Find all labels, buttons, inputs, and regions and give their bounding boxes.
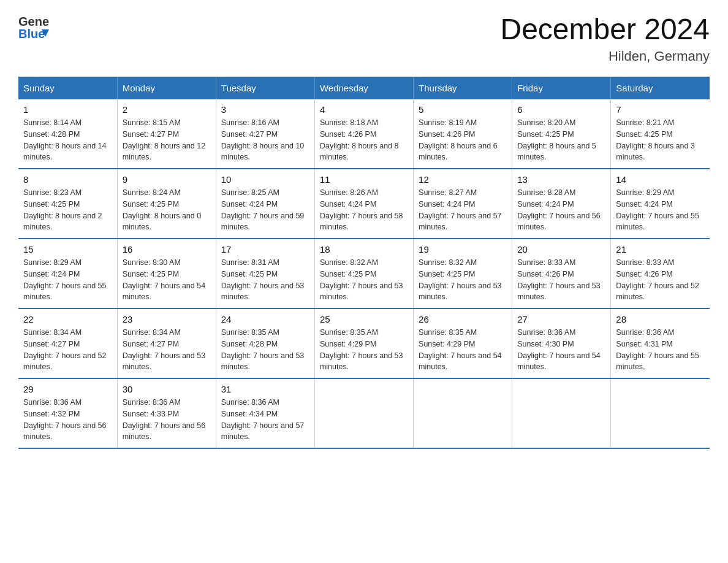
day-info: Sunrise: 8:36 AM Sunset: 4:31 PM Dayligh…	[616, 327, 705, 373]
calendar-cell: 15 Sunrise: 8:29 AM Sunset: 4:24 PM Dayl…	[18, 239, 117, 308]
day-info: Sunrise: 8:21 AM Sunset: 4:25 PM Dayligh…	[616, 117, 705, 163]
day-info: Sunrise: 8:24 AM Sunset: 4:25 PM Dayligh…	[123, 187, 211, 233]
day-info: Sunrise: 8:15 AM Sunset: 4:27 PM Dayligh…	[123, 117, 211, 163]
day-number: 9	[123, 174, 211, 185]
calendar-cell: 4 Sunrise: 8:18 AM Sunset: 4:26 PM Dayli…	[314, 99, 413, 169]
day-number: 5	[419, 104, 507, 115]
weekday-header: Thursday	[414, 77, 512, 99]
day-number: 23	[123, 314, 211, 324]
day-number: 11	[320, 174, 408, 185]
calendar-cell: 31 Sunrise: 8:36 AM Sunset: 4:34 PM Dayl…	[216, 378, 314, 448]
calendar-cell	[414, 378, 512, 448]
calendar-cell	[314, 378, 413, 448]
calendar-cell: 13 Sunrise: 8:28 AM Sunset: 4:24 PM Dayl…	[512, 169, 611, 239]
day-number: 2	[123, 104, 211, 115]
day-number: 19	[419, 244, 507, 255]
logo-icon: General Blue	[18, 12, 49, 43]
calendar-cell: 18 Sunrise: 8:32 AM Sunset: 4:25 PM Dayl…	[314, 239, 413, 308]
day-number: 17	[221, 244, 309, 255]
calendar-cell: 23 Sunrise: 8:34 AM Sunset: 4:27 PM Dayl…	[117, 308, 216, 378]
day-info: Sunrise: 8:27 AM Sunset: 4:24 PM Dayligh…	[419, 187, 507, 233]
calendar-cell: 28 Sunrise: 8:36 AM Sunset: 4:31 PM Dayl…	[611, 308, 710, 378]
day-info: Sunrise: 8:36 AM Sunset: 4:32 PM Dayligh…	[23, 397, 112, 443]
day-info: Sunrise: 8:32 AM Sunset: 4:25 PM Dayligh…	[419, 257, 507, 303]
page-title: December 2024	[500, 12, 710, 46]
day-number: 22	[23, 314, 112, 324]
calendar-cell: 5 Sunrise: 8:19 AM Sunset: 4:26 PM Dayli…	[414, 99, 512, 169]
day-info: Sunrise: 8:29 AM Sunset: 4:24 PM Dayligh…	[23, 257, 112, 303]
day-number: 16	[123, 244, 211, 255]
weekday-header: Monday	[117, 77, 216, 99]
calendar-week-row: 29 Sunrise: 8:36 AM Sunset: 4:32 PM Dayl…	[18, 378, 710, 448]
calendar-cell: 6 Sunrise: 8:20 AM Sunset: 4:25 PM Dayli…	[512, 99, 611, 169]
day-number: 1	[23, 104, 112, 115]
day-number: 8	[23, 174, 112, 185]
svg-text:Blue: Blue	[18, 27, 45, 40]
day-number: 27	[517, 314, 605, 324]
day-number: 7	[616, 104, 705, 115]
calendar-cell: 8 Sunrise: 8:23 AM Sunset: 4:25 PM Dayli…	[18, 169, 117, 239]
svg-text:General: General	[18, 15, 49, 28]
day-info: Sunrise: 8:18 AM Sunset: 4:26 PM Dayligh…	[320, 117, 408, 163]
day-info: Sunrise: 8:34 AM Sunset: 4:27 PM Dayligh…	[23, 327, 112, 373]
day-info: Sunrise: 8:16 AM Sunset: 4:27 PM Dayligh…	[221, 117, 309, 163]
calendar-cell: 2 Sunrise: 8:15 AM Sunset: 4:27 PM Dayli…	[117, 99, 216, 169]
day-number: 29	[23, 384, 112, 394]
calendar-cell: 9 Sunrise: 8:24 AM Sunset: 4:25 PM Dayli…	[117, 169, 216, 239]
day-info: Sunrise: 8:26 AM Sunset: 4:24 PM Dayligh…	[320, 187, 408, 233]
day-number: 21	[616, 244, 705, 255]
day-info: Sunrise: 8:23 AM Sunset: 4:25 PM Dayligh…	[23, 187, 112, 233]
day-number: 26	[419, 314, 507, 324]
calendar-week-row: 8 Sunrise: 8:23 AM Sunset: 4:25 PM Dayli…	[18, 169, 710, 239]
day-number: 18	[320, 244, 408, 255]
weekday-header: Tuesday	[216, 77, 314, 99]
weekday-header: Wednesday	[314, 77, 413, 99]
day-info: Sunrise: 8:36 AM Sunset: 4:34 PM Dayligh…	[221, 397, 309, 443]
day-info: Sunrise: 8:28 AM Sunset: 4:24 PM Dayligh…	[517, 187, 605, 233]
calendar-cell: 30 Sunrise: 8:36 AM Sunset: 4:33 PM Dayl…	[117, 378, 216, 448]
calendar-cell: 11 Sunrise: 8:26 AM Sunset: 4:24 PM Dayl…	[314, 169, 413, 239]
day-info: Sunrise: 8:35 AM Sunset: 4:29 PM Dayligh…	[419, 327, 507, 373]
calendar-cell: 20 Sunrise: 8:33 AM Sunset: 4:26 PM Dayl…	[512, 239, 611, 308]
day-number: 20	[517, 244, 605, 255]
calendar-cell: 17 Sunrise: 8:31 AM Sunset: 4:25 PM Dayl…	[216, 239, 314, 308]
day-number: 31	[221, 384, 309, 394]
calendar-cell: 22 Sunrise: 8:34 AM Sunset: 4:27 PM Dayl…	[18, 308, 117, 378]
calendar-cell: 14 Sunrise: 8:29 AM Sunset: 4:24 PM Dayl…	[611, 169, 710, 239]
day-info: Sunrise: 8:36 AM Sunset: 4:33 PM Dayligh…	[123, 397, 211, 443]
day-number: 10	[221, 174, 309, 185]
calendar-cell: 12 Sunrise: 8:27 AM Sunset: 4:24 PM Dayl…	[414, 169, 512, 239]
day-info: Sunrise: 8:19 AM Sunset: 4:26 PM Dayligh…	[419, 117, 507, 163]
day-number: 6	[517, 104, 605, 115]
day-info: Sunrise: 8:35 AM Sunset: 4:29 PM Dayligh…	[320, 327, 408, 373]
calendar-week-row: 15 Sunrise: 8:29 AM Sunset: 4:24 PM Dayl…	[18, 239, 710, 308]
weekday-header: Saturday	[611, 77, 710, 99]
day-info: Sunrise: 8:14 AM Sunset: 4:28 PM Dayligh…	[23, 117, 112, 163]
day-info: Sunrise: 8:32 AM Sunset: 4:25 PM Dayligh…	[320, 257, 408, 303]
calendar-cell: 19 Sunrise: 8:32 AM Sunset: 4:25 PM Dayl…	[414, 239, 512, 308]
title-block: December 2024 Hilden, Germany	[500, 12, 710, 64]
day-info: Sunrise: 8:36 AM Sunset: 4:30 PM Dayligh…	[517, 327, 605, 373]
calendar-week-row: 22 Sunrise: 8:34 AM Sunset: 4:27 PM Dayl…	[18, 308, 710, 378]
day-info: Sunrise: 8:25 AM Sunset: 4:24 PM Dayligh…	[221, 187, 309, 233]
calendar-cell: 10 Sunrise: 8:25 AM Sunset: 4:24 PM Dayl…	[216, 169, 314, 239]
calendar-cell	[611, 378, 710, 448]
calendar-cell: 26 Sunrise: 8:35 AM Sunset: 4:29 PM Dayl…	[414, 308, 512, 378]
calendar-cell: 29 Sunrise: 8:36 AM Sunset: 4:32 PM Dayl…	[18, 378, 117, 448]
calendar-cell: 24 Sunrise: 8:35 AM Sunset: 4:28 PM Dayl…	[216, 308, 314, 378]
calendar-cell: 16 Sunrise: 8:30 AM Sunset: 4:25 PM Dayl…	[117, 239, 216, 308]
logo: General Blue	[18, 12, 51, 43]
calendar-cell: 1 Sunrise: 8:14 AM Sunset: 4:28 PM Dayli…	[18, 99, 117, 169]
weekday-header: Friday	[512, 77, 611, 99]
calendar-week-row: 1 Sunrise: 8:14 AM Sunset: 4:28 PM Dayli…	[18, 99, 710, 169]
weekday-header-row: SundayMondayTuesdayWednesdayThursdayFrid…	[18, 77, 710, 99]
calendar-cell: 7 Sunrise: 8:21 AM Sunset: 4:25 PM Dayli…	[611, 99, 710, 169]
day-info: Sunrise: 8:35 AM Sunset: 4:28 PM Dayligh…	[221, 327, 309, 373]
day-number: 30	[123, 384, 211, 394]
day-info: Sunrise: 8:33 AM Sunset: 4:26 PM Dayligh…	[616, 257, 705, 303]
calendar-table: SundayMondayTuesdayWednesdayThursdayFrid…	[18, 77, 710, 449]
day-number: 14	[616, 174, 705, 185]
day-info: Sunrise: 8:33 AM Sunset: 4:26 PM Dayligh…	[517, 257, 605, 303]
day-number: 12	[419, 174, 507, 185]
day-info: Sunrise: 8:31 AM Sunset: 4:25 PM Dayligh…	[221, 257, 309, 303]
